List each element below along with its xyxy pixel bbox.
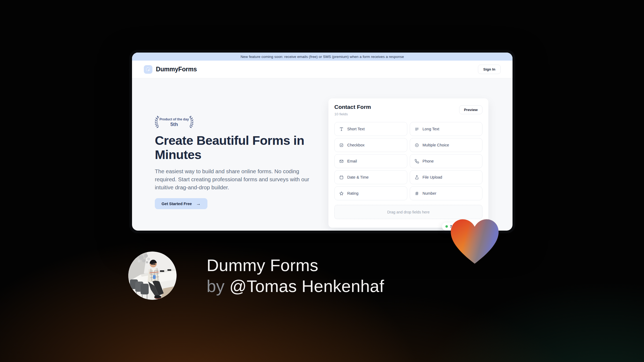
calendar-icon	[339, 175, 344, 180]
checkbox-icon	[339, 143, 344, 147]
arrow-right-icon: →	[196, 201, 201, 206]
field-long-text[interactable]: Long Text	[410, 122, 483, 136]
hero-title: Create Beautiful Forms in Minutes	[155, 134, 310, 162]
phone-icon	[415, 159, 419, 164]
type-icon	[339, 127, 344, 131]
form-title: Contact Form	[334, 104, 371, 110]
browser-window: New feature coming soon: receive emails …	[129, 50, 515, 233]
field-email[interactable]: Email	[334, 154, 407, 168]
announcement-text: New feature coming soon: receive emails …	[241, 55, 404, 59]
caption-by: by	[207, 277, 229, 295]
gradient-heart-icon	[448, 217, 501, 265]
brand: DummyForms	[144, 65, 197, 74]
get-started-label: Get Started Free	[162, 202, 192, 206]
upload-icon	[415, 175, 419, 180]
form-field-count: 10 fields	[334, 112, 371, 116]
field-label: Rating	[347, 191, 358, 195]
form-builder-card: Contact Form 10 fields Preview Short Tex…	[328, 98, 488, 228]
promo-stage: New feature coming soon: receive emails …	[0, 0, 644, 362]
maker-avatar	[128, 252, 177, 300]
field-label: Long Text	[423, 127, 440, 131]
announcement-banner: New feature coming soon: receive emails …	[132, 53, 513, 61]
caption-author: @Tomas Henkenhaf	[229, 277, 384, 295]
lines-icon	[415, 127, 419, 131]
hash-icon	[415, 191, 419, 196]
radio-icon	[415, 143, 419, 147]
award-title: Product of the day	[155, 117, 193, 121]
byline-caption: Dummy Forms by @Tomas Henkenhaf	[207, 255, 384, 297]
field-phone[interactable]: Phone	[410, 154, 483, 168]
field-date-time[interactable]: Date & Time	[334, 170, 407, 184]
caption-title: Dummy Forms	[207, 255, 384, 276]
field-label: Phone	[423, 159, 434, 163]
field-rating[interactable]: Rating	[334, 186, 407, 200]
field-label: Date & Time	[347, 175, 369, 179]
award-rank: 5th	[155, 121, 193, 127]
star-icon	[339, 191, 344, 196]
green-status-dot-icon	[445, 225, 448, 228]
mail-icon	[339, 159, 344, 164]
brand-name: DummyForms	[156, 66, 197, 73]
app-body: Product of the day 5th Create Beautiful …	[132, 78, 513, 231]
sign-in-button[interactable]: Sign In	[478, 65, 501, 74]
form-card-header: Contact Form 10 fields Preview	[334, 104, 482, 116]
field-label: Short Text	[347, 127, 365, 131]
dropzone-text: Drag and drop fields here	[387, 210, 430, 214]
app-header: DummyForms Sign In	[132, 61, 513, 78]
field-short-text[interactable]: Short Text	[334, 122, 407, 136]
field-type-grid: Short Text Long Text Che	[334, 122, 482, 200]
product-of-the-day-badge: Product of the day 5th	[155, 116, 193, 129]
field-label: Number	[423, 191, 437, 195]
field-checkbox[interactable]: Checkbox	[334, 138, 407, 152]
field-label: File Upload	[423, 175, 442, 179]
get-started-button[interactable]: Get Started Free →	[155, 198, 207, 209]
field-label: Email	[347, 159, 357, 163]
dummyforms-logo-icon	[144, 65, 152, 74]
preview-button[interactable]: Preview	[459, 105, 482, 114]
field-multiple-choice[interactable]: Multiple Choice	[410, 138, 483, 152]
field-number[interactable]: Number	[410, 186, 483, 200]
hero-description: The easiest way to build and share onlin…	[155, 167, 310, 191]
field-label: Multiple Choice	[423, 143, 449, 147]
field-label: Checkbox	[347, 143, 364, 147]
app-screen: New feature coming soon: receive emails …	[132, 53, 513, 231]
field-file-upload[interactable]: File Upload	[410, 170, 483, 184]
